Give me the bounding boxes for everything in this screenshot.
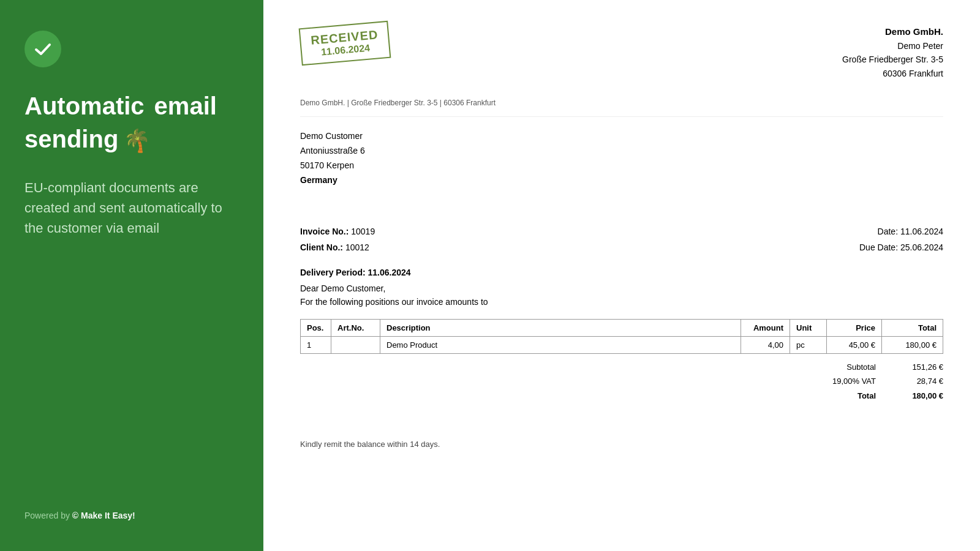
subtotal-row: Subtotal 151,26 € [784, 360, 943, 374]
cell-pos: 1 [301, 336, 331, 353]
recipient-city: 50170 Kerpen [300, 159, 943, 173]
received-stamp: RECEIVED 11.06.2024 [299, 21, 391, 66]
sidebar: Automatic email sending 🌴 EU-compliant d… [0, 0, 263, 551]
col-pos: Pos. [301, 319, 331, 336]
col-description: Description [380, 319, 741, 336]
due-date-value: 25.06.2024 [900, 242, 943, 252]
subtotal-value: 151,26 € [888, 360, 943, 374]
totals-table: Subtotal 151,26 € 19,00% VAT 28,74 € Tot… [784, 360, 943, 403]
invoice-table: Pos. Art.No. Description Amount Unit Pri… [300, 319, 943, 354]
invoice-no-row: Invoice No.: 10019 [300, 224, 375, 239]
sender-city: 60306 Frankfurt [842, 67, 943, 80]
sender-company: Demo GmbH. [842, 24, 943, 39]
total-row: Total 180,00 € [784, 389, 943, 403]
footer-note: Kindly remit the balance within 14 days. [300, 440, 943, 449]
invoice-meta-left: Invoice No.: 10019 Client No.: 10012 [300, 224, 375, 255]
invoice-no-label: Invoice No.: [300, 227, 351, 236]
invoice-panel: RECEIVED 11.06.2024 Demo GmbH. Demo Pete… [263, 0, 980, 551]
due-date-row: Due Date: 25.06.2024 [859, 240, 943, 255]
title-line2: email [154, 92, 217, 120]
cell-total: 180,00 € [882, 336, 943, 353]
cell-price: 45,00 € [827, 336, 882, 353]
date-label: Date: [878, 227, 900, 236]
invoice-meta: Invoice No.: 10019 Client No.: 10012 Dat… [300, 224, 943, 255]
cell-artno [331, 336, 380, 353]
recipient-name: Demo Customer [300, 129, 943, 144]
sidebar-heading: Automatic email sending 🌴 [24, 92, 239, 153]
due-date-label: Due Date: [859, 242, 900, 252]
subtotal-label: Subtotal [802, 360, 876, 374]
recipient-street: Antoniusstraße 6 [300, 144, 943, 159]
sender-address: Demo GmbH. Demo Peter Große Friedberger … [842, 24, 943, 80]
col-price: Price [827, 319, 882, 336]
col-unit: Unit [790, 319, 827, 336]
invoice-top-row: RECEIVED 11.06.2024 Demo GmbH. Demo Pete… [300, 24, 943, 80]
sender-street: Große Friedberger Str. 3-5 [842, 53, 943, 66]
totals-section: Subtotal 151,26 € 19,00% VAT 28,74 € Tot… [300, 360, 943, 403]
table-header-row: Pos. Art.No. Description Amount Unit Pri… [301, 319, 943, 336]
recipient-block: Demo Customer Antoniusstraße 6 50170 Ker… [300, 129, 943, 187]
col-artno: Art.No. [331, 319, 380, 336]
cell-description: Demo Product [380, 336, 741, 353]
invoice-no-value: 10019 [351, 227, 375, 236]
palm-icon: 🌴 [123, 128, 151, 153]
col-total: Total [882, 319, 943, 336]
from-address-line: Demo GmbH. | Große Friedberger Str. 3-5 … [300, 99, 943, 117]
cell-unit: pc [790, 336, 827, 353]
cell-amount: 4,00 [741, 336, 790, 353]
vat-value: 28,74 € [888, 374, 943, 388]
powered-by: Powered by © Make It Easy! [24, 511, 239, 520]
client-no-label: Client No.: [300, 242, 345, 252]
invoice-table-body: 1 Demo Product 4,00 pc 45,00 € 180,00 € [301, 336, 943, 353]
check-circle-icon [24, 31, 61, 67]
sender-contact: Demo Peter [842, 39, 943, 53]
dear-text: Dear Demo Customer, [300, 283, 943, 293]
col-amount: Amount [741, 319, 790, 336]
powered-by-brand: © Make It Easy! [72, 511, 135, 520]
delivery-period: Delivery Period: 11.06.2024 [300, 268, 943, 277]
title-line3: sending [24, 125, 118, 153]
client-no-value: 10012 [345, 242, 369, 252]
title-line1: Automatic [24, 92, 145, 120]
invoice-meta-right: Date: 11.06.2024 Due Date: 25.06.2024 [859, 224, 943, 255]
delivery-period-value: 11.06.2024 [368, 268, 411, 277]
date-row: Date: 11.06.2024 [859, 224, 943, 239]
powered-by-prefix: Powered by [24, 511, 72, 520]
sidebar-description: EU-compliant documents are created and s… [24, 178, 239, 511]
delivery-period-label: Delivery Period: [300, 268, 368, 277]
vat-row: 19,00% VAT 28,74 € [784, 374, 943, 388]
date-value: 11.06.2024 [900, 227, 943, 236]
total-label: Total [802, 389, 876, 403]
invoice-intro: For the following positions our invoice … [300, 297, 943, 307]
vat-label: 19,00% VAT [802, 374, 876, 388]
recipient-country: Germany [300, 173, 943, 188]
client-no-row: Client No.: 10012 [300, 240, 375, 255]
total-value: 180,00 € [888, 389, 943, 403]
table-row: 1 Demo Product 4,00 pc 45,00 € 180,00 € [301, 336, 943, 353]
